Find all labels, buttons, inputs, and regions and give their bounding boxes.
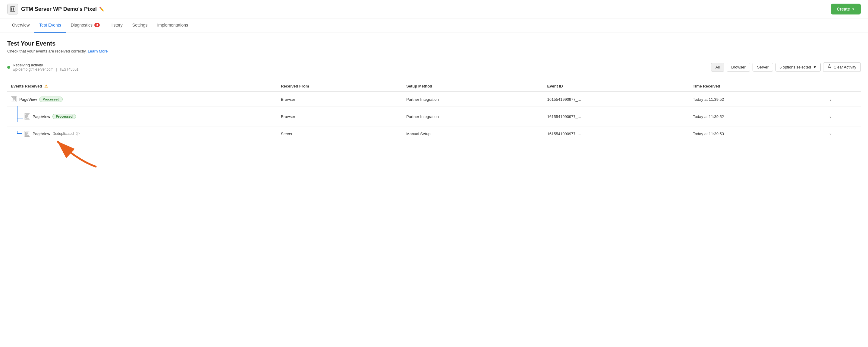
received-from-cell: Browser	[277, 107, 403, 126]
create-button[interactable]: Create ▼	[831, 4, 861, 15]
event-name-cell-child2: PageView Deduplicated ⓘ	[7, 126, 277, 141]
col-time-received: Time Received	[689, 81, 826, 92]
filter-server-button[interactable]: Server	[752, 63, 773, 71]
title-container: GTM Server WP Demo's Pixel ✏️	[21, 6, 104, 12]
event-id-cell: 1615541990977_...	[544, 126, 689, 141]
event-id-cell: 1615541990977_...	[544, 107, 689, 126]
svg-rect-3	[11, 9, 12, 10]
col-setup-method: Setup Method	[403, 81, 544, 92]
info-icon[interactable]: ⓘ	[76, 131, 80, 136]
tab-history[interactable]: History	[104, 19, 127, 33]
section-desc: Check that your events are received corr…	[7, 49, 861, 53]
time-received-cell: Today at 11:39:53	[689, 126, 826, 141]
chevron-down-icon: ∨	[829, 132, 832, 136]
create-label: Create	[837, 7, 850, 11]
time-received-cell: Today at 11:39:52	[689, 107, 826, 126]
setup-method-cell: Partner Integration	[403, 107, 544, 126]
setup-method-cell: Partner Integration	[403, 92, 544, 107]
deduplicated-badge: Deduplicated	[53, 132, 73, 136]
setup-method-cell: Manual Setup	[403, 126, 544, 141]
expand-cell[interactable]: ∨	[826, 92, 861, 107]
svg-rect-2	[13, 7, 14, 9]
tab-implementations[interactable]: Implementations	[152, 19, 193, 33]
status-dot	[7, 66, 10, 69]
tab-overview[interactable]: Overview	[7, 19, 34, 33]
event-icon	[24, 131, 30, 137]
learn-more-link[interactable]: Learn More	[88, 49, 107, 53]
processed-badge: Processed	[53, 114, 76, 119]
table-row[interactable]: PageView Processed Browser Partner Integ…	[7, 92, 861, 107]
annotation-arrow	[48, 137, 108, 173]
chevron-down-icon: ∨	[829, 97, 832, 102]
chevron-down-icon: ∨	[829, 115, 832, 119]
event-name: PageView	[19, 97, 37, 102]
edit-icon[interactable]: ✏️	[99, 7, 104, 11]
top-bar: GTM Server WP Demo's Pixel ✏️ Create ▼	[0, 0, 868, 19]
svg-rect-4	[13, 9, 14, 10]
event-icon	[24, 113, 30, 119]
col-event-id: Event ID	[544, 81, 689, 92]
activity-controls: All Browser Server 6 options selected ▼ …	[711, 62, 861, 72]
processed-badge: Processed	[39, 96, 63, 102]
activity-meta: wp-demo.gtm-server.com | TEST45651	[13, 67, 79, 71]
event-name-cell-child1: PageView Processed	[7, 107, 277, 126]
top-bar-left: GTM Server WP Demo's Pixel ✏️	[7, 4, 104, 15]
activity-separator: |	[56, 67, 57, 71]
event-name-cell: PageView Processed	[7, 92, 277, 107]
section-title: Test Your Events	[7, 40, 861, 47]
dropdown-chevron-icon: ▼	[813, 65, 817, 69]
table-row[interactable]: PageView Processed Browser Partner Integ…	[7, 107, 861, 126]
time-received-cell: Today at 11:39:52	[689, 92, 826, 107]
tab-test-events[interactable]: Test Events	[34, 19, 66, 33]
filter-browser-button[interactable]: Browser	[727, 63, 750, 71]
event-name: PageView	[33, 114, 50, 119]
tabs-bar: Overview Test Events Diagnostics 3 Histo…	[0, 19, 868, 33]
expand-cell[interactable]: ∨	[826, 107, 861, 126]
activity-bar: Receiving activity wp-demo.gtm-server.co…	[7, 59, 861, 75]
event-id-cell: 1615541990977_...	[544, 92, 689, 107]
clear-activity-button[interactable]: Clear Activity	[823, 62, 861, 72]
send-icon	[827, 64, 833, 70]
activity-domain: wp-demo.gtm-server.com	[13, 67, 53, 71]
create-chevron: ▼	[852, 7, 855, 11]
clear-activity-label: Clear Activity	[834, 65, 856, 69]
pixel-icon	[7, 4, 18, 15]
activity-test-id: TEST45651	[59, 67, 79, 71]
warning-icon: ⚠	[44, 84, 48, 88]
table-row[interactable]: PageView Deduplicated ⓘ	[7, 126, 861, 141]
events-table: Events Received ⚠ Received From Setup Me…	[7, 81, 861, 141]
svg-rect-0	[10, 7, 15, 11]
filter-all-button[interactable]: All	[711, 63, 724, 71]
event-name: PageView	[33, 132, 50, 136]
event-icon	[11, 96, 17, 102]
tab-settings[interactable]: Settings	[127, 19, 153, 33]
expand-cell[interactable]: ∨	[826, 126, 861, 141]
options-dropdown[interactable]: 6 options selected ▼	[775, 63, 821, 71]
received-from-cell: Browser	[277, 92, 403, 107]
col-events: Events Received ⚠	[7, 81, 277, 92]
activity-label: Receiving activity	[13, 63, 79, 67]
activity-text: Receiving activity wp-demo.gtm-server.co…	[13, 63, 79, 71]
col-received-from: Received From	[277, 81, 403, 92]
page-title: GTM Server WP Demo's Pixel	[21, 6, 97, 12]
svg-rect-1	[11, 7, 12, 9]
tab-diagnostics[interactable]: Diagnostics 3	[66, 19, 105, 33]
table-header-row: Events Received ⚠ Received From Setup Me…	[7, 81, 861, 92]
options-label: 6 options selected	[779, 65, 811, 69]
events-table-wrapper: Events Received ⚠ Received From Setup Me…	[7, 81, 861, 141]
app-container: GTM Server WP Demo's Pixel ✏️ Create ▼ O…	[0, 0, 868, 347]
activity-status: Receiving activity wp-demo.gtm-server.co…	[7, 63, 79, 71]
col-expand	[826, 81, 861, 92]
received-from-cell: Server	[277, 126, 403, 141]
main-content: Test Your Events Check that your events …	[0, 33, 868, 148]
diagnostics-badge: 3	[94, 23, 100, 27]
